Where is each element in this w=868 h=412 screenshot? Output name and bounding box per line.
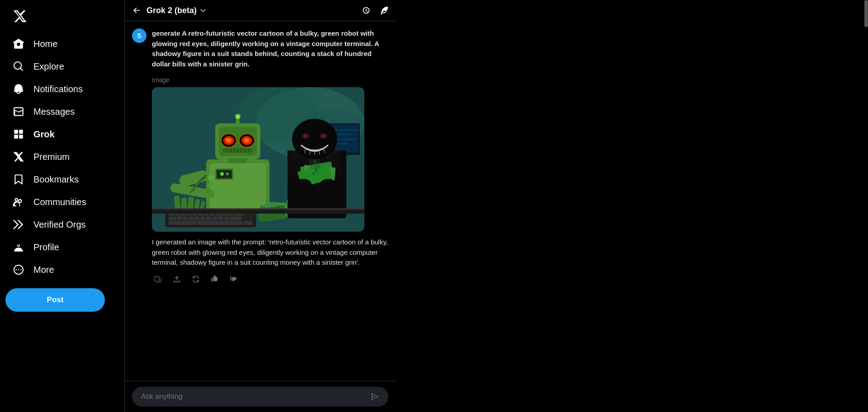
x-logo-icon bbox=[13, 9, 27, 23]
sidebar-item-verified-orgs-label: Verified Orgs bbox=[33, 220, 86, 230]
scrollbar-thumb[interactable] bbox=[864, 0, 868, 27]
svg-rect-71 bbox=[183, 217, 188, 220]
back-button[interactable] bbox=[132, 6, 141, 15]
svg-rect-81 bbox=[198, 221, 243, 225]
svg-point-44 bbox=[236, 115, 239, 118]
sidebar-item-home-label: Home bbox=[33, 39, 57, 49]
more-icon bbox=[13, 264, 24, 276]
svg-rect-78 bbox=[224, 217, 229, 220]
copy-icon bbox=[154, 275, 162, 283]
thumbs-down-icon bbox=[230, 275, 238, 283]
refresh-button[interactable] bbox=[190, 273, 202, 285]
svg-rect-80 bbox=[169, 221, 196, 225]
robot-illustration: $ $ bbox=[152, 87, 364, 232]
svg-point-113 bbox=[207, 189, 210, 193]
svg-rect-3 bbox=[19, 135, 23, 139]
sidebar-item-bookmarks-label: Bookmarks bbox=[33, 174, 79, 185]
sidebar-item-premium[interactable]: Premium bbox=[5, 145, 119, 168]
image-label: Image bbox=[152, 76, 388, 84]
sidebar-item-verified-orgs[interactable]: Verified Orgs bbox=[5, 213, 119, 236]
svg-rect-0 bbox=[14, 130, 18, 134]
share-button[interactable] bbox=[171, 273, 183, 285]
sidebar-item-grok[interactable]: Grok bbox=[5, 123, 119, 145]
sidebar-item-explore-label: Explore bbox=[33, 61, 64, 72]
generated-image: $ $ bbox=[152, 87, 364, 232]
dislike-button[interactable] bbox=[228, 273, 240, 285]
thumbs-up-icon bbox=[211, 275, 219, 283]
sidebar-item-messages[interactable]: Messages bbox=[5, 100, 119, 123]
sidebar-item-home[interactable]: Home bbox=[5, 33, 119, 55]
sidebar-item-more[interactable]: More bbox=[5, 258, 119, 281]
refresh-icon bbox=[192, 275, 200, 283]
user-avatar: S bbox=[132, 28, 146, 43]
messages-icon bbox=[13, 106, 24, 117]
chat-title-button[interactable]: Grok 2 (beta) bbox=[146, 6, 207, 15]
svg-text:$100: $100 bbox=[310, 164, 321, 169]
svg-rect-2 bbox=[14, 135, 18, 139]
message-group: S generate A retro-futuristic vector car… bbox=[132, 28, 388, 285]
chat-messages[interactable]: S generate A retro-futuristic vector car… bbox=[125, 21, 396, 381]
svg-rect-74 bbox=[201, 217, 205, 220]
svg-rect-1 bbox=[19, 130, 23, 134]
svg-point-102 bbox=[321, 134, 326, 138]
share-icon bbox=[173, 275, 181, 283]
sidebar-item-bookmarks[interactable]: Bookmarks bbox=[5, 168, 119, 191]
chat-title-text: Grok 2 (beta) bbox=[146, 6, 197, 15]
svg-rect-72 bbox=[189, 217, 193, 220]
chat-header-right bbox=[361, 5, 388, 15]
back-arrow-icon bbox=[132, 6, 141, 15]
new-chat-button[interactable] bbox=[378, 5, 388, 15]
send-icon bbox=[370, 392, 379, 401]
chat-input[interactable] bbox=[141, 393, 365, 401]
history-button[interactable] bbox=[361, 5, 371, 15]
svg-rect-73 bbox=[195, 217, 199, 220]
user-message: S generate A retro-futuristic vector car… bbox=[132, 28, 388, 69]
sidebar-item-profile[interactable]: Profile bbox=[5, 236, 119, 258]
svg-point-19 bbox=[220, 172, 224, 176]
like-button[interactable] bbox=[209, 273, 221, 285]
svg-line-97 bbox=[319, 150, 320, 154]
scrollbar-track[interactable] bbox=[864, 0, 868, 412]
sidebar-item-communities[interactable]: Communities bbox=[5, 191, 119, 213]
premium-icon bbox=[13, 151, 24, 163]
post-button[interactable]: Post bbox=[5, 288, 105, 312]
home-icon bbox=[13, 38, 24, 50]
user-message-content: generate A retro-futuristic vector carto… bbox=[152, 28, 388, 69]
svg-rect-54 bbox=[229, 159, 247, 163]
svg-rect-70 bbox=[177, 217, 182, 220]
sidebar-item-notifications-label: Notifications bbox=[33, 84, 83, 94]
ai-response: Image bbox=[152, 76, 388, 285]
svg-point-20 bbox=[226, 173, 229, 175]
message-actions bbox=[152, 273, 388, 285]
copy-button[interactable] bbox=[152, 273, 164, 285]
svg-point-111 bbox=[208, 175, 213, 180]
profile-icon bbox=[13, 241, 24, 253]
x-logo[interactable] bbox=[5, 4, 119, 31]
sidebar-item-premium-label: Premium bbox=[33, 152, 70, 162]
sidebar: Home Explore Notifications Messages Grok… bbox=[0, 0, 124, 412]
chat-input-wrapper bbox=[132, 387, 388, 407]
svg-rect-69 bbox=[169, 217, 176, 220]
svg-point-109 bbox=[295, 179, 311, 190]
right-panel bbox=[396, 0, 868, 412]
chat-input-area bbox=[125, 381, 396, 412]
svg-point-110 bbox=[320, 179, 336, 190]
svg-text:$: $ bbox=[312, 172, 315, 176]
user-message-text: generate A retro-futuristic vector carto… bbox=[152, 28, 388, 69]
communities-icon bbox=[13, 196, 24, 208]
compose-icon bbox=[378, 5, 388, 15]
sidebar-item-more-label: More bbox=[33, 265, 54, 275]
svg-rect-115 bbox=[152, 208, 364, 210]
sidebar-item-notifications[interactable]: Notifications bbox=[5, 78, 119, 100]
sidebar-item-explore[interactable]: Explore bbox=[5, 55, 119, 78]
chevron-down-icon bbox=[199, 7, 207, 14]
send-button[interactable] bbox=[370, 392, 379, 401]
sidebar-item-communities-label: Communities bbox=[33, 197, 86, 207]
svg-rect-79 bbox=[230, 217, 241, 220]
chat-header: Grok 2 (beta) bbox=[125, 0, 396, 21]
chat-header-left: Grok 2 (beta) bbox=[132, 6, 207, 15]
explore-icon bbox=[13, 61, 24, 72]
svg-line-95 bbox=[310, 150, 310, 154]
ai-response-text: I generated an image with the prompt: 'r… bbox=[152, 237, 388, 268]
svg-rect-76 bbox=[212, 217, 217, 220]
